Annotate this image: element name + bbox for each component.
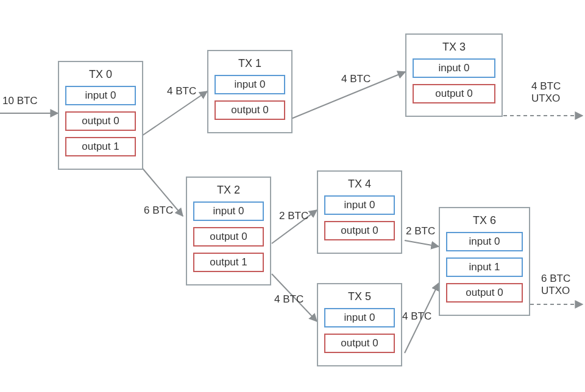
tx6-title: TX 6: [446, 214, 523, 227]
tx3-input-0: input 0: [413, 58, 495, 78]
tx4-output-0: output 0: [324, 221, 395, 240]
tx0-input-0: input 0: [65, 86, 136, 105]
label-tx2-tx4: 2 BTC: [279, 210, 308, 222]
tx0-output-0: output 0: [65, 111, 136, 131]
tx1-title: TX 1: [214, 57, 285, 70]
label-tx1-tx3: 4 BTC: [341, 73, 370, 85]
tx6-output-0: output 0: [446, 283, 523, 303]
svg-line-7: [405, 240, 439, 247]
tx5-output-0: output 0: [324, 334, 395, 353]
tx2-title: TX 2: [193, 184, 264, 197]
label-tx4-tx6: 2 BTC: [406, 225, 435, 237]
tx2: TX 2 input 0 output 0 output 1: [186, 177, 271, 285]
label-tx0-tx2: 6 BTC: [144, 205, 173, 217]
tx2-input-0: input 0: [193, 201, 264, 221]
tx3-output-0: output 0: [413, 84, 495, 103]
tx3: TX 3 input 0 output 0: [405, 33, 503, 117]
tx3-title: TX 3: [413, 41, 495, 54]
tx6: TX 6 input 0 input 1 output 0: [439, 207, 530, 316]
tx2-output-1: output 1: [193, 253, 264, 272]
diagram-stage: TX 0 input 0 output 0 output 1 TX 1 inpu…: [0, 0, 585, 392]
svg-line-1: [140, 91, 207, 137]
label-tx6-out: 6 BTC UTXO: [541, 273, 570, 297]
label-tx3-out: 4 BTC UTXO: [531, 80, 561, 105]
tx5: TX 5 input 0 output 0: [317, 283, 402, 366]
tx0-output-1: output 1: [65, 137, 136, 156]
tx4-title: TX 4: [324, 178, 395, 191]
label-tx0-tx1: 4 BTC: [167, 85, 196, 97]
tx0: TX 0 input 0 output 0 output 1: [58, 61, 143, 170]
label-tx5-tx6: 4 BTC: [402, 310, 431, 323]
tx5-input-0: input 0: [324, 308, 395, 327]
label-in0: 10 BTC: [2, 95, 38, 107]
label-tx2-tx5: 4 BTC: [274, 293, 303, 306]
tx2-output-0: output 0: [193, 227, 264, 247]
tx0-title: TX 0: [65, 68, 136, 81]
tx1: TX 1 input 0 output 0: [207, 50, 292, 133]
tx5-title: TX 5: [324, 290, 395, 303]
tx1-output-0: output 0: [214, 100, 285, 120]
tx6-input-1: input 1: [446, 257, 523, 277]
tx4-input-0: input 0: [324, 195, 395, 215]
tx6-input-0: input 0: [446, 232, 523, 251]
tx1-input-0: input 0: [214, 75, 285, 94]
tx4: TX 4 input 0 output 0: [317, 170, 402, 254]
